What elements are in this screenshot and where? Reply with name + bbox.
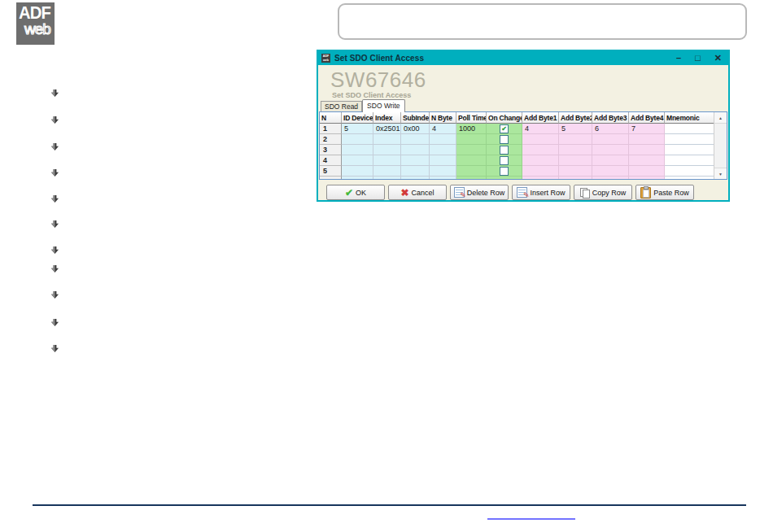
window-titlebar[interactable]: ADFweb Set SDO Client Access – □ ✕ bbox=[318, 51, 728, 65]
cell-poll_time[interactable] bbox=[456, 177, 487, 179]
table-row: 2 bbox=[320, 134, 714, 145]
cell-mnemonic[interactable] bbox=[665, 134, 714, 145]
bullet-arrow-icon bbox=[50, 342, 59, 351]
cell-id_device[interactable] bbox=[342, 155, 373, 166]
copy-row-button[interactable]: Copy Row bbox=[574, 185, 632, 200]
tab-sdo-write[interactable]: SDO Write bbox=[362, 99, 404, 112]
cell-n_byte[interactable]: 4 bbox=[430, 124, 456, 134]
close-button[interactable]: ✕ bbox=[714, 54, 722, 63]
cell-add_byte1[interactable] bbox=[522, 177, 559, 179]
cell-mnemonic[interactable] bbox=[665, 124, 714, 134]
cell-on_change[interactable] bbox=[487, 155, 522, 166]
cell-index[interactable] bbox=[373, 155, 401, 166]
cell-add_byte2[interactable] bbox=[559, 145, 592, 155]
on-change-checkbox[interactable] bbox=[500, 135, 509, 144]
cell-add_byte2[interactable] bbox=[559, 134, 592, 145]
table-row: 5 bbox=[320, 166, 714, 177]
ok-button[interactable]: ✔ OK bbox=[326, 185, 385, 200]
cell-add_byte1[interactable] bbox=[522, 155, 559, 166]
cell-on_change[interactable] bbox=[487, 166, 522, 177]
cell-add_byte3[interactable] bbox=[592, 134, 629, 145]
on-change-checkbox[interactable]: ✔ bbox=[500, 124, 509, 133]
cell-add_byte4[interactable] bbox=[629, 145, 665, 155]
cell-subindex[interactable] bbox=[401, 145, 430, 155]
on-change-checkbox[interactable] bbox=[500, 156, 509, 165]
cell-n_byte[interactable] bbox=[430, 166, 456, 177]
bullet-arrow-icon bbox=[50, 113, 59, 122]
column-header: Add Byte3 bbox=[592, 112, 629, 124]
cell-id_device[interactable] bbox=[342, 177, 373, 179]
cell-add_byte2[interactable] bbox=[559, 166, 592, 177]
cell-add_byte3[interactable] bbox=[592, 177, 629, 179]
cell-subindex[interactable]: 0x00 bbox=[401, 124, 430, 134]
cell-n_byte[interactable] bbox=[430, 145, 456, 155]
cell-add_byte1[interactable]: 4 bbox=[522, 124, 559, 134]
cell-add_byte3[interactable] bbox=[592, 166, 629, 177]
cell-add_byte1[interactable] bbox=[522, 166, 559, 177]
cell-add_byte1[interactable] bbox=[522, 134, 559, 145]
cell-subindex[interactable] bbox=[401, 166, 430, 177]
sdo-write-table: NID DeviceIndexSubIndexN BytePoll TimeOn… bbox=[319, 111, 727, 180]
table-row: 3 bbox=[320, 145, 714, 155]
maximize-button[interactable]: □ bbox=[695, 54, 701, 63]
cell-index[interactable] bbox=[373, 177, 401, 179]
scroll-down-icon[interactable]: ▼ bbox=[714, 168, 727, 179]
cell-add_byte4[interactable] bbox=[629, 134, 665, 145]
cell-on_change[interactable] bbox=[487, 134, 522, 145]
cell-add_byte1[interactable] bbox=[522, 145, 559, 155]
cell-add_byte4[interactable] bbox=[629, 166, 665, 177]
cell-id_device[interactable]: 5 bbox=[342, 124, 373, 134]
cell-on_change[interactable] bbox=[487, 145, 522, 155]
cell-mnemonic[interactable] bbox=[665, 155, 714, 166]
cell-subindex[interactable] bbox=[401, 177, 430, 179]
tab-bar: SDO Read SDO Write bbox=[321, 100, 405, 111]
cell-n_byte[interactable] bbox=[430, 155, 456, 166]
on-change-checkbox[interactable] bbox=[500, 146, 509, 155]
cell-id_device[interactable] bbox=[342, 166, 373, 177]
cancel-button[interactable]: ✖ Cancel bbox=[388, 185, 447, 200]
cell-index[interactable]: 0x2501 bbox=[373, 124, 401, 134]
column-header: N bbox=[320, 112, 342, 124]
cell-index[interactable] bbox=[373, 145, 401, 155]
cell-poll_time[interactable] bbox=[456, 166, 487, 177]
cell-poll_time[interactable] bbox=[456, 145, 487, 155]
cell-index[interactable] bbox=[373, 166, 401, 177]
scroll-up-icon[interactable]: ▲ bbox=[714, 112, 727, 124]
cell-on_change[interactable]: ✔ bbox=[487, 124, 522, 134]
bullet-arrow-icon bbox=[50, 140, 59, 149]
delete-row-button[interactable]: ✎ Delete Row bbox=[450, 185, 509, 200]
cell-add_byte3[interactable] bbox=[592, 155, 629, 166]
cell-add_byte2[interactable]: 5 bbox=[559, 124, 592, 134]
on-change-checkbox[interactable] bbox=[500, 167, 509, 176]
paste-row-button[interactable]: Paste Row bbox=[635, 185, 694, 200]
cell-add_byte3[interactable] bbox=[592, 145, 629, 155]
cell-mnemonic[interactable] bbox=[665, 166, 714, 177]
cell-index[interactable] bbox=[373, 134, 401, 145]
cell-add_byte4[interactable] bbox=[629, 177, 665, 179]
cell-add_byte3[interactable]: 6 bbox=[592, 124, 629, 134]
cell-add_byte4[interactable]: 7 bbox=[629, 124, 665, 134]
bullet-arrow-icon bbox=[50, 166, 59, 175]
cell-mnemonic[interactable] bbox=[665, 145, 714, 155]
cell-id_device[interactable] bbox=[342, 145, 373, 155]
cell-add_byte4[interactable] bbox=[629, 155, 665, 166]
cell-subindex[interactable] bbox=[401, 134, 430, 145]
minimize-button[interactable]: – bbox=[676, 54, 681, 63]
footer-link[interactable] bbox=[487, 511, 575, 520]
cell-poll_time[interactable] bbox=[456, 134, 487, 145]
cell-add_byte2[interactable] bbox=[559, 177, 592, 179]
cell-poll_time[interactable]: 1000 bbox=[456, 124, 487, 134]
cell-poll_time[interactable] bbox=[456, 155, 487, 166]
cell-id_device[interactable] bbox=[342, 134, 373, 145]
cell-mnemonic[interactable] bbox=[665, 177, 714, 179]
table-row: 150x25010x0041000✔4567 bbox=[320, 124, 714, 134]
bullet-arrow-icon bbox=[50, 288, 59, 297]
cell-add_byte2[interactable] bbox=[559, 155, 592, 166]
cell-on_change[interactable] bbox=[487, 177, 522, 179]
vertical-scrollbar[interactable]: ▲ ▼ bbox=[714, 112, 727, 179]
tab-sdo-read[interactable]: SDO Read bbox=[321, 101, 362, 111]
cell-n_byte[interactable] bbox=[430, 134, 456, 145]
insert-row-button[interactable]: ✎ Insert Row bbox=[512, 185, 570, 200]
cell-subindex[interactable] bbox=[401, 155, 430, 166]
cell-n_byte[interactable] bbox=[430, 177, 456, 179]
